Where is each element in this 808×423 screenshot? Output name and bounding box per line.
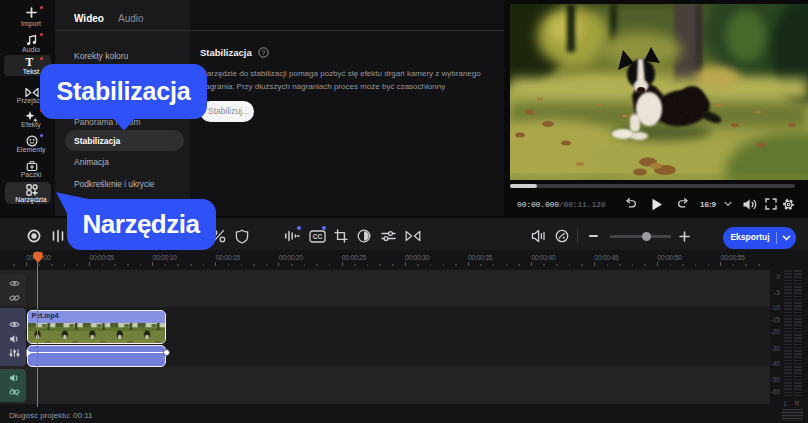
svg-text:?: ? — [262, 49, 266, 56]
svg-text:CC: CC — [313, 233, 323, 240]
